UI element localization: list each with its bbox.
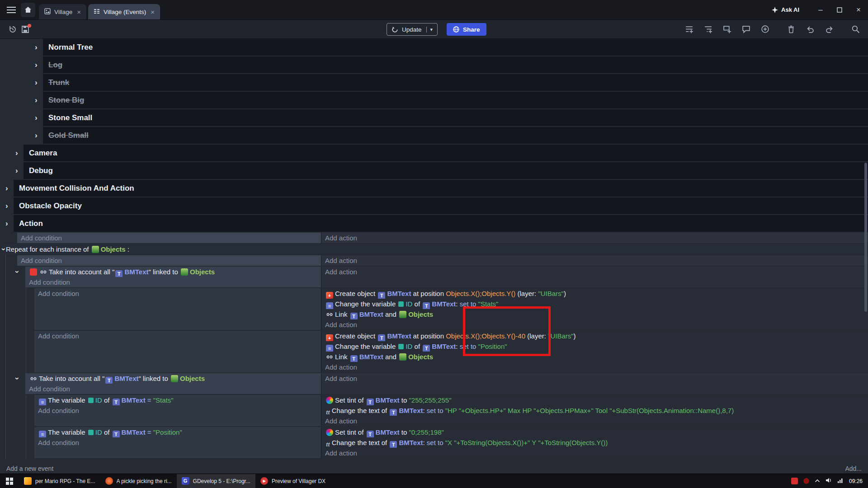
tab-village-events[interactable]: Village (Events) × xyxy=(88,4,160,19)
add-more-button[interactable]: Add... xyxy=(845,465,862,472)
chevron-right-icon[interactable]: › xyxy=(15,148,18,158)
trash-icon[interactable] xyxy=(785,23,797,36)
history-icon[interactable] xyxy=(6,23,19,36)
chevron-right-icon[interactable]: › xyxy=(35,78,38,87)
group-event[interactable]: Gold Small xyxy=(43,127,868,144)
ask-ai-button[interactable]: Ask AI xyxy=(772,6,799,13)
chevron-right-icon[interactable]: › xyxy=(5,219,8,228)
add-condition-button[interactable]: Add condition xyxy=(17,255,321,266)
conditions-cell[interactable]: Add condition xyxy=(34,288,321,330)
add-action-button[interactable]: Add action xyxy=(321,267,868,277)
group-event[interactable]: Camera xyxy=(24,145,868,161)
add-condition-button[interactable]: Add condition xyxy=(34,405,321,416)
action-line[interactable]: Set tint of TBMText to "0;255;198" xyxy=(321,427,868,437)
add-condition-button[interactable]: Add condition xyxy=(25,277,321,287)
conditions-cell[interactable]: Add condition xyxy=(17,255,321,266)
repeat-event-header[interactable]: Repeat for each instance of Objects : xyxy=(2,244,868,254)
add-subevent-icon[interactable] xyxy=(702,23,714,36)
maximize-button[interactable] xyxy=(830,0,849,20)
add-action-button[interactable]: Add action xyxy=(321,362,868,372)
group-event[interactable]: Stone Big xyxy=(43,92,868,108)
conditions-cell[interactable]: ≡The variable ID of TBMText = "Stats"Add… xyxy=(34,395,321,426)
add-action-button[interactable]: Add action xyxy=(321,416,868,426)
actions-cell[interactable]: Set tint of TBMText to "255;255;255"ttCh… xyxy=(321,395,868,426)
close-tab-icon[interactable]: × xyxy=(77,8,81,16)
chevron-right-icon[interactable]: › xyxy=(35,95,38,105)
add-condition-button[interactable]: Add condition xyxy=(17,233,321,243)
add-action-button[interactable]: Add action xyxy=(321,255,868,266)
group-event[interactable]: Log xyxy=(43,56,868,73)
chevron-down-icon[interactable]: › xyxy=(0,248,9,251)
close-tab-icon[interactable]: × xyxy=(151,8,155,16)
action-line[interactable]: ttChange the text of TBMText: set to "HP… xyxy=(321,405,868,416)
network-icon[interactable] xyxy=(837,478,844,484)
actions-cell[interactable]: +Create object TBMText at position Objec… xyxy=(321,288,868,330)
chevron-down-icon[interactable]: › xyxy=(13,271,22,273)
group-event[interactable]: Normal Tree xyxy=(43,39,868,56)
action-line[interactable]: +Create object TBMText at position Objec… xyxy=(321,288,868,299)
circle-plus-icon[interactable] xyxy=(759,23,771,36)
action-line[interactable]: Set tint of TBMText to "255;255;255" xyxy=(321,395,868,405)
tray-recording-icon[interactable] xyxy=(803,478,809,484)
action-line[interactable]: Link TBMText and Objects xyxy=(321,309,868,319)
add-new-event-button[interactable]: Add a new event xyxy=(6,465,53,472)
add-condition-button[interactable]: Add condition xyxy=(34,437,321,448)
action-line[interactable]: ttChange the text of TBMText: set to "X … xyxy=(321,437,868,448)
clock[interactable]: 09:26 xyxy=(849,478,863,484)
close-button[interactable]: × xyxy=(849,0,868,20)
taskbar-item[interactable]: A pickle picking the ri... xyxy=(100,474,177,488)
condition-line[interactable]: ≡The variable ID of TBMText = "Stats" xyxy=(34,395,321,405)
chevron-right-icon[interactable]: › xyxy=(15,166,18,175)
tab-village[interactable]: Village × xyxy=(39,4,86,19)
conditions-cell[interactable]: Add condition xyxy=(34,331,321,372)
menu-icon[interactable] xyxy=(4,2,19,18)
add-condition-button[interactable]: Add condition xyxy=(34,331,321,341)
conditions-cell[interactable]: Take into account all "TBMText" linked t… xyxy=(25,267,321,287)
group-event[interactable]: Action xyxy=(14,215,868,232)
action-line[interactable]: Link TBMText and Objects xyxy=(321,352,868,362)
undo-icon[interactable] xyxy=(804,23,816,36)
volume-icon[interactable] xyxy=(826,478,832,484)
actions-cell[interactable]: Add action xyxy=(321,255,868,266)
add-action-button[interactable]: Add action xyxy=(321,373,868,384)
search-icon[interactable] xyxy=(849,23,862,36)
condition-line[interactable]: Take into account all "TBMText" linked t… xyxy=(25,373,321,384)
comment-bubble-icon[interactable] xyxy=(740,23,752,36)
chevron-right-icon[interactable]: › xyxy=(35,42,38,52)
tray-app-icon[interactable] xyxy=(791,478,798,484)
actions-cell[interactable]: Add action xyxy=(321,267,868,287)
taskbar-item[interactable]: GDevelop 5 - E:\Progr... xyxy=(177,474,255,488)
add-event-icon[interactable] xyxy=(683,23,695,36)
update-dropdown-caret[interactable]: ▾ xyxy=(426,27,433,33)
save-icon[interactable] xyxy=(19,23,32,36)
action-line[interactable]: ≡Change the variable ID of TBMText: set … xyxy=(321,299,868,309)
chevron-down-icon[interactable]: › xyxy=(13,377,22,380)
update-button[interactable]: Update ▾ xyxy=(387,23,438,36)
share-button[interactable]: Share xyxy=(447,23,486,36)
group-event[interactable]: Movement Collision And Action xyxy=(14,180,868,197)
tray-chevron-up-icon[interactable] xyxy=(815,478,820,484)
minimize-button[interactable]: – xyxy=(811,0,830,20)
conditions-cell[interactable]: Take into account all "TBMText" linked t… xyxy=(25,373,321,394)
home-tab-button[interactable] xyxy=(21,3,35,17)
add-action-button[interactable]: Add action xyxy=(321,448,868,458)
group-event[interactable]: Trunk xyxy=(43,74,868,91)
scrollbar[interactable] xyxy=(864,163,867,312)
group-event[interactable]: Obstacle Opacity xyxy=(14,197,868,214)
windows-start-button[interactable] xyxy=(0,474,19,488)
actions-cell[interactable]: Add action xyxy=(321,373,868,394)
chevron-right-icon[interactable]: › xyxy=(5,201,8,211)
condition-line[interactable]: Take into account all "TBMText" linked t… xyxy=(25,267,321,277)
repeat-header-line[interactable]: Repeat for each instance of Objects : xyxy=(2,244,868,254)
condition-line[interactable]: ≡The variable ID of TBMText = "Position" xyxy=(34,427,321,437)
taskbar-item[interactable]: per Mario RPG - The E... xyxy=(19,474,100,488)
chevron-right-icon[interactable]: › xyxy=(35,60,38,70)
group-event[interactable]: Debug xyxy=(24,162,868,179)
add-action-button[interactable]: Add action xyxy=(321,233,868,243)
conditions-cell[interactable]: ≡The variable ID of TBMText = "Position"… xyxy=(34,427,321,458)
actions-cell[interactable]: Set tint of TBMText to "0;255;198"ttChan… xyxy=(321,427,868,458)
taskbar-item[interactable]: Preview of Villager DX xyxy=(255,474,330,488)
add-condition-button[interactable]: Add condition xyxy=(34,288,321,299)
group-event[interactable]: Stone Small xyxy=(43,109,868,126)
add-action-button[interactable]: Add action xyxy=(321,319,868,330)
